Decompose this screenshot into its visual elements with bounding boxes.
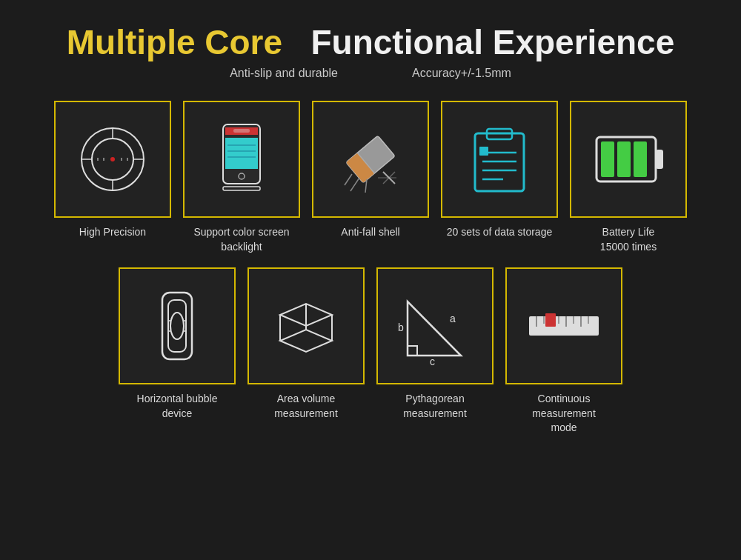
svg-point-12	[110, 157, 115, 161]
pythagorean-icon: b a c	[394, 285, 476, 367]
svg-rect-41	[601, 141, 614, 177]
feature-battery-life: Battery Life15000 times	[570, 101, 687, 254]
feature-box-color-screen	[183, 101, 300, 218]
svg-rect-40	[656, 150, 663, 169]
feature-label-data-storage: 20 sets of data storage	[447, 225, 552, 240]
feature-box-continuous	[505, 267, 622, 384]
svg-text:c: c	[430, 356, 435, 367]
features-row-1: High Precision	[30, 101, 711, 254]
svg-text:a: a	[450, 313, 456, 324]
feature-anti-fall: Anti-fall shell	[312, 101, 429, 254]
feature-continuous: Continuous measurementmode	[505, 267, 622, 436]
svg-line-29	[345, 174, 352, 185]
battery-icon	[588, 119, 669, 200]
feature-box-high-precision	[54, 101, 171, 218]
bubble-level-icon	[136, 285, 218, 367]
feature-high-precision: High Precision	[54, 101, 171, 254]
feature-label-bubble-device: Horizontal bubbledevice	[137, 392, 218, 421]
page-title: Multiple Core Functional Experience	[67, 22, 674, 62]
eraser-icon	[330, 119, 411, 200]
feature-data-storage: 20 sets of data storage	[441, 101, 558, 254]
storage-icon	[459, 119, 540, 200]
svg-marker-51	[280, 330, 332, 352]
svg-point-46	[170, 313, 184, 339]
svg-rect-69	[545, 313, 556, 327]
svg-rect-22	[223, 187, 260, 190]
ruler-icon	[523, 285, 605, 367]
feature-box-battery-life	[570, 101, 687, 218]
feature-pythagorean: b a c Pythagoreanmeasurement	[376, 267, 494, 436]
header: Multiple Core Functional Experience Anti…	[67, 22, 674, 80]
feature-label-high-precision: High Precision	[79, 225, 146, 240]
feature-box-bubble-device	[119, 267, 236, 384]
feature-label-anti-fall: Anti-fall shell	[341, 225, 399, 240]
crosshair-icon	[72, 119, 153, 200]
svg-rect-15	[225, 138, 258, 169]
feature-label-continuous: Continuous measurementmode	[505, 392, 622, 436]
feature-bubble-device: Horizontal bubbledevice	[119, 267, 236, 436]
feature-label-area-volume: Area volumemeasurement	[274, 392, 338, 421]
feature-label-pythagorean: Pythagoreanmeasurement	[403, 392, 467, 421]
feature-area-volume: Area volumemeasurement	[247, 267, 365, 436]
svg-text:b: b	[398, 321, 404, 333]
features-row-2: Horizontal bubbledevice	[30, 267, 711, 436]
header-subtitle: Anti-slip and durable Accuracy+/-1.5mm	[67, 67, 674, 80]
svg-rect-42	[617, 141, 631, 177]
feature-label-color-screen: Support color screen backlight	[183, 225, 300, 254]
feature-box-area-volume	[247, 267, 365, 384]
feature-box-pythagorean: b a c	[376, 267, 494, 384]
svg-marker-56	[408, 301, 461, 356]
feature-label-battery-life: Battery Life15000 times	[600, 225, 657, 254]
svg-rect-18	[233, 129, 250, 133]
feature-box-anti-fall	[312, 101, 429, 218]
title-white: Functional Experience	[310, 23, 674, 61]
svg-rect-38	[479, 147, 488, 156]
feature-color-screen: Support color screen backlight	[183, 101, 300, 254]
subtitle-1: Anti-slip and durable	[230, 67, 338, 80]
title-yellow: Multiple Core	[67, 23, 282, 61]
feature-box-data-storage	[441, 101, 558, 218]
page: Multiple Core Functional Experience Anti…	[0, 0, 741, 560]
svg-line-30	[350, 178, 359, 191]
phone-icon	[201, 119, 282, 200]
svg-rect-43	[634, 141, 647, 177]
svg-rect-44	[162, 293, 192, 359]
cube-icon	[265, 285, 347, 367]
subtitle-2: Accuracy+/-1.5mm	[412, 67, 511, 80]
features-grid: High Precision	[30, 101, 711, 436]
